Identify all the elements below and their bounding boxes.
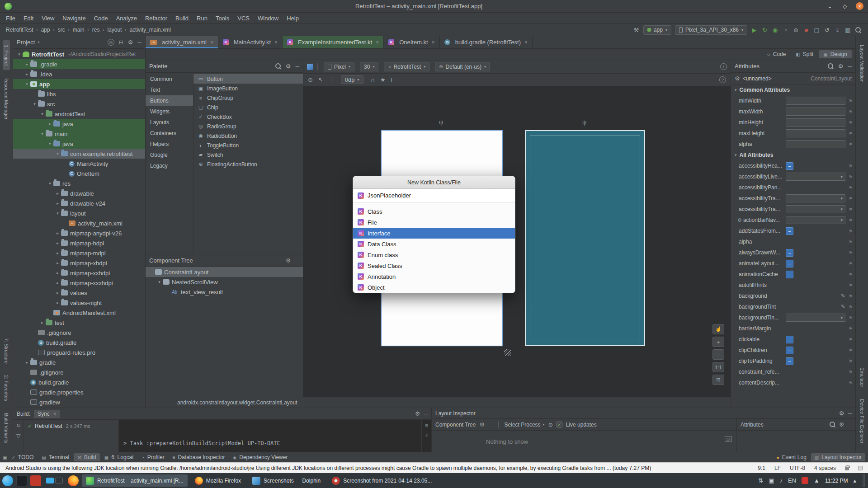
breadcrumb[interactable]: src (52, 27, 66, 33)
build-result-tree[interactable]: ✓RetrofitTest2 s 347 ms (24, 420, 119, 452)
tree-row[interactable]: OneItem (13, 169, 145, 178)
toolwindow-event-log[interactable]: ● Event Log (773, 453, 810, 461)
attribute-row[interactable]: clipToPadding (731, 356, 855, 366)
device-dropdown[interactable]: Pixel ▾ (324, 62, 354, 71)
expand-arrow-icon[interactable]: ▸ (54, 231, 61, 235)
resource-flag-icon[interactable] (845, 218, 853, 223)
expand-arrow-icon[interactable]: ▸ (47, 122, 53, 126)
attribute-value-control[interactable] (786, 357, 845, 365)
taskbar-window-dolphin[interactable]: Screenshots — Dolphin (248, 474, 325, 487)
expand-arrow-icon[interactable]: ▸ (24, 360, 30, 365)
menu-item[interactable]: Code (90, 13, 112, 24)
tree-row[interactable]: ▸ values (13, 288, 145, 298)
attribute-row[interactable]: minHeight (731, 117, 855, 128)
tree-row[interactable]: ▸ test (13, 318, 145, 328)
profile-button[interactable]: ◔ (780, 25, 791, 35)
issues-indicator-icon[interactable]: ! (720, 63, 727, 70)
hide-panel-button[interactable]: ─ (295, 63, 299, 70)
refresh-icon[interactable]: ⊙ (548, 422, 553, 428)
project-panel-title[interactable]: Project (17, 39, 35, 46)
tree-row[interactable]: ▸ mipmap-hdpi (13, 238, 145, 248)
resource-flag-icon[interactable] (845, 283, 853, 288)
tree-row[interactable]: build.gradle (13, 338, 145, 347)
resource-flag-icon[interactable] (845, 239, 853, 244)
build-console[interactable]: > Task :prepareKotlinBuildScriptModel UP… (119, 420, 421, 452)
expand-arrow-icon[interactable]: ▸ (54, 291, 61, 295)
attribute-value-control[interactable] (786, 227, 845, 235)
expand-arrow-icon[interactable]: ▸ (54, 201, 61, 206)
toolwindow-button-structure[interactable]: 7: Structure (3, 333, 10, 368)
resource-flag-icon[interactable] (845, 174, 853, 179)
toolwindow-database-inspector[interactable]: ≡ Database Inspector (169, 453, 229, 461)
locate-file-button[interactable]: ◎ (108, 39, 114, 46)
menu-item[interactable]: Analyze (112, 13, 141, 24)
expand-arrow-icon[interactable]: ▸ (54, 300, 61, 305)
tree-row[interactable]: ▾ res (13, 178, 145, 188)
search-icon[interactable] (275, 63, 281, 69)
gear-icon[interactable]: ⚙ (479, 421, 485, 428)
attribute-value-control[interactable] (786, 292, 845, 300)
hide-panel-button[interactable]: ─ (424, 411, 428, 417)
attribute-row[interactable]: contentDescrip... (731, 377, 855, 388)
show-desktop-edge[interactable] (863, 474, 865, 487)
attribute-row[interactable]: maxWidth (731, 106, 855, 117)
resource-flag-icon[interactable] (845, 305, 853, 310)
tree-row[interactable]: MainActivity (13, 159, 145, 169)
attribute-value-control[interactable] (786, 162, 845, 170)
sdk-manager-icon[interactable]: ⇓ (832, 25, 843, 35)
infer-constraints-icon[interactable]: ★ (380, 76, 386, 83)
attribute-row[interactable]: autofillHints (731, 280, 855, 291)
palette-category[interactable]: Text (146, 84, 193, 95)
breadcrumb[interactable]: layout (101, 27, 123, 33)
attribute-value-control[interactable] (786, 129, 845, 137)
kind-list-item[interactable]: Sealed Class (353, 260, 515, 271)
tree-row[interactable]: AndroidManifest.xml (13, 308, 145, 318)
resource-flag-icon[interactable] (845, 359, 853, 364)
attribute-row[interactable]: backgroundTin... (731, 312, 855, 323)
hide-panel-button[interactable]: ─ (848, 422, 852, 428)
gear-icon[interactable]: ⚙ (286, 63, 291, 70)
network-icon[interactable]: ▲ (814, 477, 820, 484)
resource-flag-icon[interactable] (845, 99, 853, 103)
tree-row[interactable]: ▾ main (13, 129, 145, 139)
kind-list-item[interactable]: File (353, 217, 515, 228)
close-icon[interactable]: × (274, 39, 278, 46)
tree-row[interactable]: ▾ androidTest (13, 109, 145, 119)
palette-category[interactable]: Widgets (146, 106, 193, 117)
attribute-row[interactable]: accessibilityHea... (731, 160, 855, 171)
palette-category[interactable]: Buttons (146, 95, 193, 106)
palette-category[interactable]: Common (146, 74, 193, 84)
device-selector[interactable]: Pixel_3a_API_30_x86 ▾ (675, 25, 747, 35)
toolwindow-button-favorites[interactable]: 2: Favorites (3, 371, 10, 405)
toolwindow-profiler[interactable]: ◔ Profiler (138, 453, 168, 461)
component-path[interactable]: androidx.constraintlayout.widget.Constra… (177, 399, 297, 406)
run-button[interactable]: ▶ (749, 25, 760, 35)
attribute-value-control[interactable] (786, 118, 845, 127)
hide-panel-button[interactable]: ─ (848, 410, 852, 417)
resource-flag-icon[interactable] (845, 348, 853, 353)
status-widget[interactable]: UTF-8 (790, 465, 805, 471)
palette-item[interactable]: ▣ ImageButton (193, 84, 303, 93)
resource-flag-icon[interactable] (845, 294, 853, 299)
toolwindow-layout-inspector[interactable]: ▥ Layout Inspector (811, 453, 865, 461)
attribute-row[interactable]: accessibilityLive... (731, 171, 855, 182)
resource-flag-icon[interactable] (845, 337, 853, 342)
tree-row[interactable]: ▾ java (13, 139, 145, 149)
kind-list-item[interactable]: Interface (353, 228, 515, 239)
attribute-value-control[interactable] (786, 270, 845, 278)
desktop-2[interactable] (55, 478, 63, 483)
resource-flag-icon[interactable] (845, 196, 853, 201)
tree-row[interactable]: gradle.properties (13, 387, 145, 397)
tree-row[interactable]: ▸ gradle (13, 357, 145, 367)
sync-project-gradle-icon[interactable]: ↺ (822, 25, 832, 35)
rerun-build-icon[interactable]: ↻ (16, 422, 20, 429)
palette-category[interactable]: Legacy (146, 160, 193, 171)
updates-icon[interactable]: ⇅ (758, 477, 763, 484)
hide-panel-button[interactable]: ─ (137, 39, 142, 46)
firefox-launcher-icon[interactable] (68, 475, 79, 486)
resource-flag-icon[interactable] (845, 380, 853, 385)
attribute-row[interactable]: alwaysDrawnW... (731, 247, 855, 258)
expand-arrow-icon[interactable]: ▸ (54, 261, 61, 265)
kind-list-item[interactable]: Annotation (353, 271, 515, 282)
tree-row[interactable]: ▸ mipmap-mdpi (13, 248, 145, 258)
